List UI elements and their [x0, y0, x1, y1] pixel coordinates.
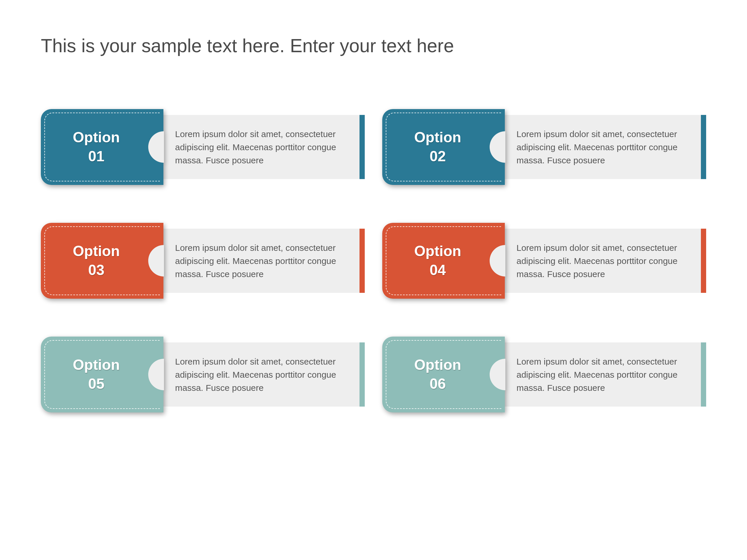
option-description: Lorem ipsum dolor sit amet, consectetuer… [516, 241, 689, 281]
slide-title: This is your sample text here. Enter you… [41, 35, 706, 57]
option-description: Lorem ipsum dolor sit amet, consectetuer… [175, 241, 347, 281]
option-label: Option 05 [41, 337, 152, 412]
option-card-05: Lorem ipsum dolor sit amet, consectetuer… [41, 337, 365, 412]
option-accent-bar [701, 115, 706, 179]
option-accent-bar [360, 229, 365, 293]
option-card-06: Lorem ipsum dolor sit amet, consectetuer… [382, 337, 706, 412]
option-label-text: Option [414, 128, 461, 147]
option-body: Lorem ipsum dolor sit amet, consectetuer… [493, 115, 706, 179]
option-label-text: Option [73, 242, 120, 261]
option-card-01: Lorem ipsum dolor sit amet, consectetuer… [41, 109, 365, 185]
option-label-num: 01 [88, 147, 104, 166]
option-accent-bar [360, 342, 365, 407]
option-accent-bar [701, 342, 706, 407]
option-accent-bar [360, 115, 365, 179]
option-label-num: 06 [430, 374, 446, 394]
option-label: Option 01 [41, 109, 152, 185]
option-label: Option 02 [382, 109, 493, 185]
option-description: Lorem ipsum dolor sit amet, consectetuer… [175, 355, 347, 394]
option-label-num: 04 [430, 261, 446, 280]
option-body: Lorem ipsum dolor sit amet, consectetuer… [493, 229, 706, 293]
option-description: Lorem ipsum dolor sit amet, consectetuer… [175, 128, 347, 167]
option-label-text: Option [414, 355, 461, 374]
option-description: Lorem ipsum dolor sit amet, consectetuer… [516, 355, 689, 394]
option-body: Lorem ipsum dolor sit amet, consectetuer… [152, 229, 365, 293]
option-label: Option 04 [382, 223, 493, 299]
option-label-text: Option [414, 242, 461, 261]
option-label: Option 03 [41, 223, 152, 299]
option-label-num: 02 [430, 147, 446, 166]
option-label-num: 05 [88, 374, 104, 394]
option-accent-bar [701, 229, 706, 293]
option-label-num: 03 [88, 261, 104, 280]
options-grid: Lorem ipsum dolor sit amet, consectetuer… [41, 109, 706, 412]
option-card-02: Lorem ipsum dolor sit amet, consectetuer… [382, 109, 706, 185]
option-label-text: Option [73, 355, 120, 374]
option-card-04: Lorem ipsum dolor sit amet, consectetuer… [382, 223, 706, 299]
option-label: Option 06 [382, 337, 493, 412]
option-card-03: Lorem ipsum dolor sit amet, consectetuer… [41, 223, 365, 299]
option-body: Lorem ipsum dolor sit amet, consectetuer… [152, 342, 365, 407]
option-body: Lorem ipsum dolor sit amet, consectetuer… [493, 342, 706, 407]
option-body: Lorem ipsum dolor sit amet, consectetuer… [152, 115, 365, 179]
option-label-text: Option [73, 128, 120, 147]
option-description: Lorem ipsum dolor sit amet, consectetuer… [516, 128, 689, 167]
